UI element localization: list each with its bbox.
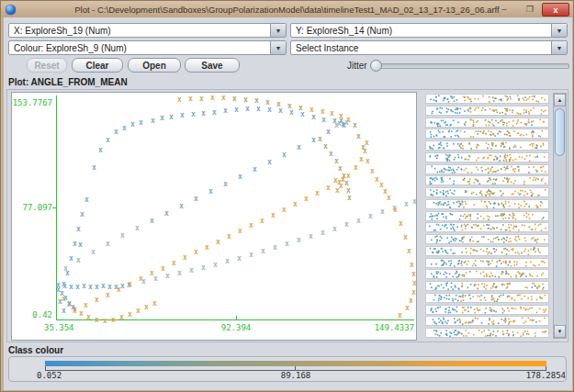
scatter-point: x (177, 96, 182, 104)
scatter-point: x (69, 284, 73, 291)
y-attribute-value: Y: ExploreSh_14 (Num) (296, 26, 392, 36)
scatter-point: x (88, 284, 93, 291)
scatter-point: x (293, 201, 298, 208)
scatter-point: x (323, 143, 328, 151)
jitter-slider-thumb[interactable] (370, 60, 382, 72)
scatter-point: x (227, 233, 231, 241)
scatter-point: x (119, 314, 124, 321)
class-colour-title: Class colour (8, 345, 63, 355)
chevron-down-icon[interactable]: ▼ (270, 24, 286, 37)
scatter-point: x (180, 112, 185, 119)
scatter-point: x (164, 210, 169, 218)
jitter-label: Jitter (347, 61, 367, 71)
minimize-button[interactable]: – (492, 3, 516, 15)
x-axis-mid-label: 92.394 (208, 323, 264, 332)
attribute-strips-panel[interactable]: ▲ ▼ (422, 92, 568, 341)
scatter-point: x (245, 106, 250, 113)
chevron-down-icon[interactable]: ▼ (551, 41, 567, 54)
strips-scrollbar[interactable]: ▲ ▼ (553, 93, 567, 339)
scatter-point: x (95, 317, 99, 324)
scatter-point: x (161, 265, 165, 273)
reset-button[interactable]: Reset (27, 58, 67, 73)
scatter-point: x (304, 196, 309, 203)
scatter-point: x (404, 201, 409, 208)
window-title: Plot - C:\Development\Sandboxes\GroupPol… (1, 5, 573, 15)
gradient-tick-max (546, 366, 546, 370)
scatter-point: x (172, 260, 176, 267)
chevron-down-icon[interactable]: ▼ (270, 41, 286, 54)
scatter-point: x (412, 280, 417, 287)
scatter-point: x (150, 270, 154, 277)
scatter-point: x (106, 137, 110, 144)
scatter-point: x (261, 248, 265, 255)
scatter-point: x (309, 233, 313, 241)
colour-attribute-combo[interactable]: Colour: ExploreSh_9 (Num) ▼ (8, 40, 287, 55)
scatter-point: x (80, 211, 84, 218)
scatter-point: x (122, 125, 127, 132)
scatter-point: x (333, 177, 338, 185)
scatter-point: x (194, 249, 198, 256)
scatter-point: x (354, 164, 358, 172)
scatter-point: x (194, 196, 198, 203)
scatter-point: x (84, 196, 89, 204)
save-button[interactable]: Save (185, 58, 240, 73)
attribute-strips-canvas[interactable] (425, 93, 549, 339)
scatter-point: x (62, 308, 66, 315)
class-colour-panel: 0.052 89.168 178.2854 (8, 356, 567, 382)
scatter-point: x (344, 221, 349, 229)
y-attribute-combo[interactable]: Y: ExploreSh_14 (Num) ▼ (290, 23, 568, 38)
plot-field[interactable]: xxxxxxxxxxxxxxxxxxxxxxxxxxxxxxxxxxxxxxxx… (56, 95, 414, 319)
scatter-point: x (318, 136, 322, 143)
clear-button[interactable]: Clear (72, 58, 123, 73)
scatter-point: x (387, 195, 391, 202)
scatter-point: x (341, 176, 345, 184)
scrollbar-thumb[interactable] (555, 108, 565, 156)
scatter-point: x (297, 237, 301, 244)
scroll-down-icon[interactable]: ▼ (554, 325, 566, 338)
scatter-point: x (144, 304, 149, 311)
scatter-point: x (95, 297, 99, 304)
scatter-point: x (329, 151, 333, 158)
x-attribute-combo[interactable]: X: ExploreSh_19 (Num) ▼ (8, 23, 287, 38)
select-instance-value: Select Instance (296, 43, 358, 53)
x-axis-line (56, 319, 414, 320)
scatter-point: x (139, 119, 143, 127)
scatter-point: x (79, 310, 84, 318)
scatter-point: x (216, 239, 220, 246)
scatter-point: x (326, 129, 331, 136)
y-axis-mid-label: 77.097 (12, 203, 52, 212)
chevron-down-icon[interactable]: ▼ (551, 24, 567, 37)
scatter-point: x (95, 284, 99, 291)
scatter-point: x (199, 95, 204, 103)
scatter-point: x (73, 241, 77, 248)
open-button[interactable]: Open (128, 58, 181, 73)
scatter-point: x (398, 312, 402, 319)
scatter-point: x (117, 286, 121, 294)
scatter-point: x (249, 252, 253, 259)
jitter-slider-track[interactable] (373, 63, 569, 69)
scatter-point: x (411, 289, 416, 297)
close-button[interactable]: x (542, 3, 569, 17)
scatter-point: x (285, 241, 289, 248)
scatter-point: x (315, 190, 320, 197)
scatter-point: x (150, 218, 154, 225)
scatter-plot-panel[interactable]: 153.7767 77.097 0.42 35.354 92.394 149.4… (11, 92, 417, 341)
scatter-point: x (128, 281, 132, 288)
scatter-point: x (399, 220, 403, 228)
scroll-up-icon[interactable]: ▲ (554, 94, 566, 106)
maximize-button[interactable]: ❐ (518, 3, 542, 15)
class-colour-max: 178.2854 (505, 371, 566, 380)
select-instance-combo[interactable]: Select Instance ▼ (290, 40, 568, 55)
scatter-point: x (76, 257, 81, 264)
scatter-point: x (353, 122, 357, 129)
scatter-point: x (361, 144, 366, 151)
titlebar[interactable]: Plot - C:\Development\Sandboxes\GroupPol… (1, 1, 573, 17)
scatter-point: x (78, 241, 83, 249)
scatter-point: x (330, 110, 334, 118)
scatter-point: x (179, 203, 184, 210)
x-axis-max-label: 149.4337 (335, 323, 414, 332)
scatter-point: x (260, 218, 264, 225)
scatter-point: x (410, 262, 414, 269)
scatter-point: x (298, 105, 303, 112)
scatter-point: x (393, 207, 398, 214)
